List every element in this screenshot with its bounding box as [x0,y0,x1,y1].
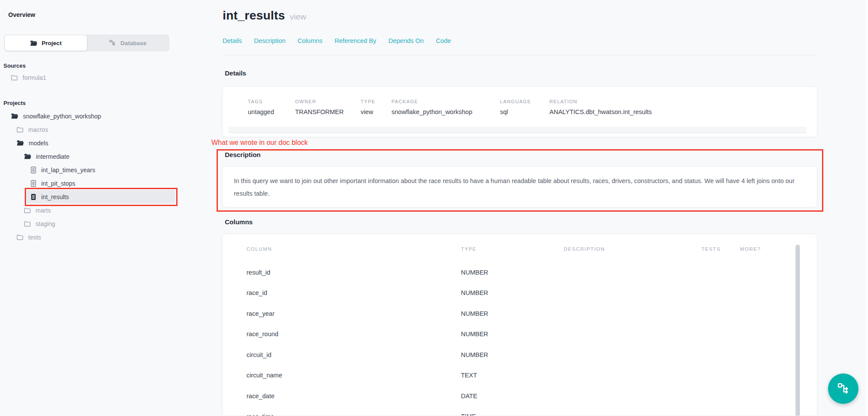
column-type: NUMBER [461,269,564,276]
folder-closed-icon [24,221,31,227]
description-heading: Description [225,151,261,158]
tree-item-label: int_pit_stops [41,180,76,187]
column-name: race_id [223,289,461,296]
description-card: In this query we want to join out other … [222,166,817,207]
detail-label: RELATION [549,99,578,104]
tab-depends-on[interactable]: Depends On [388,37,424,44]
detail-value: untagged [248,108,274,115]
tree-item-staging[interactable]: staging [0,217,200,230]
overview-heading: Overview [8,11,35,18]
tree-item-snowflake-python-workshop[interactable]: snowflake_python_workshop [0,109,200,123]
table-row[interactable]: race_year NUMBER [223,303,817,324]
tree-item-label: int_lap_times_years [41,167,95,174]
column-name: circuit_id [223,351,461,358]
table-scrollbar[interactable] [796,245,800,416]
tabs-divider [222,55,817,55]
column-header-more: MORE? [740,246,817,252]
column-name: race_round [223,331,461,337]
columns-heading: Columns [225,218,253,226]
detail-value: view [361,108,373,115]
tab-columns[interactable]: Columns [298,37,322,44]
lineage-graph-button[interactable] [828,373,858,404]
table-row[interactable]: race_date DATE [223,386,817,406]
annotation-text: What we wrote in our doc block [211,139,308,147]
folder-closed-icon [11,75,18,81]
sources-tree: formula1 [0,71,200,84]
tree-item-label: staging [36,220,55,227]
folder-closed-icon [16,234,23,240]
tree-item-label: marts [36,207,51,214]
tree-item-tests[interactable]: tests [0,230,200,244]
column-type: NUMBER [461,331,564,337]
tree-item-intermediate[interactable]: intermediate [0,150,200,163]
toggle-database-button[interactable]: Database [87,35,169,51]
folder-closed-icon [24,207,31,213]
detail-label: TYPE [361,99,375,104]
table-row[interactable]: circuit_name TEXT [223,365,817,386]
detail-value: TRANSFORMER [295,108,344,115]
tab-code[interactable]: Code [436,37,451,44]
table-row[interactable]: race_id NUMBER [223,283,817,304]
toggle-project-button[interactable]: Project [5,35,87,51]
document-icon [30,180,36,187]
column-header-tests: TESTS [701,246,740,252]
folder-open-icon [24,153,31,160]
columns-card: COLUMN TYPE DESCRIPTION TESTS MORE? resu… [222,234,817,416]
description-text: In this query we want to join out other … [234,175,811,200]
title-row: int_results view [223,9,306,23]
detail-value: sql [500,108,508,115]
toggle-database-label: Database [120,40,146,46]
table-row[interactable]: result_id NUMBER [223,262,817,283]
column-type: TEXT [461,372,564,379]
column-name: race_date [223,393,461,400]
column-type: NUMBER [461,351,564,358]
column-header-column: COLUMN [223,246,461,252]
details-heading: Details [225,69,246,77]
view-toggle: Project Database [4,35,169,51]
lineage-icon [109,39,116,46]
folder-icon [30,40,37,46]
details-card: TAGS untagged OWNER TRANSFORMER TYPE vie… [222,86,817,137]
details-collapsed-strip [228,127,806,133]
folder-closed-icon [16,127,23,133]
tree-item-label: formula1 [23,74,46,81]
columns-table-header: COLUMN TYPE DESCRIPTION TESTS MORE? [223,245,817,253]
tree-item-label: models [29,140,48,147]
tree-item-int-lap-times-years[interactable]: int_lap_times_years [0,163,200,177]
lineage-icon [837,382,850,395]
tab-description[interactable]: Description [254,37,286,44]
tree-item-label: tests [28,234,41,241]
detail-label: OWNER [295,99,316,104]
column-name: result_id [223,269,461,276]
sources-heading: Sources [3,62,26,69]
table-row[interactable]: circuit_id NUMBER [223,344,817,365]
column-type: NUMBER [461,310,564,317]
column-name: race_time [223,413,461,416]
detail-value: snowflake_python_workshop [391,108,472,115]
tree-item-models[interactable]: models [0,136,200,150]
column-header-description: DESCRIPTION [564,246,701,252]
page-scrollbar[interactable] [864,0,868,416]
detail-label: PACKAGE [391,99,418,104]
tab-details[interactable]: Details [223,37,242,44]
detail-label: TAGS [248,99,263,104]
folder-open-icon [16,140,24,146]
projects-heading: Projects [3,100,26,106]
annotation-box-sidebar [25,188,178,206]
page-title: int_results [223,9,285,23]
document-icon [30,167,36,174]
table-row[interactable]: race_time TIME [223,406,817,416]
tree-item-formula1[interactable]: formula1 [0,71,200,84]
table-row[interactable]: race_round NUMBER [223,324,817,345]
projects-tree: snowflake_python_workshop macros models … [0,109,200,244]
tree-item-label: macros [28,126,48,133]
tree-item-macros[interactable]: macros [0,123,200,136]
toggle-project-label: Project [42,40,62,46]
column-type: DATE [461,393,564,400]
tab-referenced-by[interactable]: Referenced By [335,37,376,44]
tree-item-label: intermediate [36,153,69,160]
folder-open-icon [11,113,18,119]
column-name: race_year [223,310,461,317]
tab-bar: Details Description Columns Referenced B… [223,37,451,44]
columns-table-body: result_id NUMBER race_id NUMBER race_yea… [223,253,817,416]
